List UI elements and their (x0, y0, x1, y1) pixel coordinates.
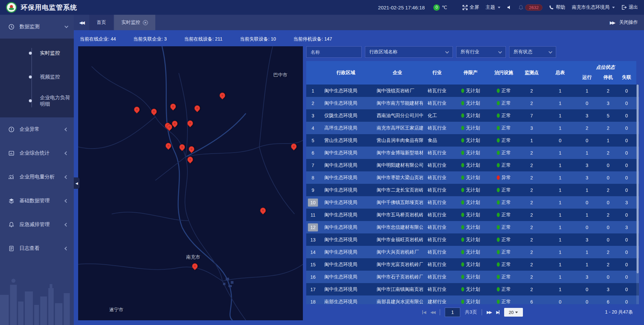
tab-scroll-right-icon[interactable]: ▶▶ (610, 20, 614, 25)
org-dropdown[interactable]: 南充市生态环境局 (572, 4, 615, 10)
first-page-button[interactable]: ◀ (422, 310, 425, 315)
status-filter-select[interactable]: 所有状态 (509, 46, 556, 58)
table-row[interactable]: 17阆中生态环境局阆中市江南镇阆南页岩砖瓦行业无计划正常21030 (306, 283, 639, 295)
table-row[interactable]: 18南部生态环境局南部县建兴水泥有限公建材行业无计划正常60060 (306, 295, 639, 304)
table-row[interactable]: 8阆中生态环境局阆中市枣碧大梁山页岩砖瓦行业无计划异常21300 (306, 171, 639, 184)
cell-limit-status: 无计划 (451, 171, 490, 184)
chevron-left-icon (64, 127, 68, 131)
table-row[interactable]: 6阆中生态环境局阆中市金博瑞新型墙材砖瓦行业无计划正常21120 (306, 147, 639, 159)
help-button[interactable]: 帮助 (549, 4, 565, 10)
cell-meters: 1 (546, 196, 575, 209)
cell-points: 2 (518, 258, 546, 271)
filter-row: 行政区域名称 所有行业 所有状态 (306, 46, 639, 58)
sidebar-item-企业异常[interactable]: 企业异常 (0, 117, 74, 141)
page-size-select[interactable]: 20 (504, 308, 523, 317)
status-dot-green-icon (497, 200, 500, 205)
last-page-button[interactable]: ▶ (496, 310, 499, 315)
cell-stop: 3 (599, 97, 617, 109)
table-row[interactable]: 13阆中生态环境局阆中市金福旺页岩机砖砖瓦行业无计划正常21300 (306, 233, 639, 246)
name-filter-input[interactable] (306, 46, 362, 58)
sidebar-collapse-handle[interactable]: ◀ (74, 177, 79, 189)
cell-company: 南部县建兴水泥有限公 (372, 295, 423, 304)
sidebar-item-应急减排管理[interactable]: 应急减排管理 (0, 213, 74, 236)
cell-facility-status: 正常 (490, 122, 518, 134)
close-operations-button[interactable]: 关闭操作 (619, 19, 638, 25)
column-header-企业: 企业 (372, 61, 423, 85)
cell-meters: 1 (546, 109, 575, 122)
cell-company: 阆中千佛镇五郎垭页岩 (372, 196, 423, 209)
cell-industry: 砖瓦行业 (423, 196, 451, 209)
sidebar-subitem-企业电力负荷明细[interactable]: 企业电力负荷明细 (0, 89, 74, 113)
region-filter-select[interactable]: 行政区域名称 (365, 46, 453, 58)
cell-lost: 0 (617, 258, 636, 271)
sidebar-item-企业综合统计[interactable]: 企业综合统计 (0, 141, 74, 165)
sidebar-subitem-视频监控[interactable]: 视频监控 (0, 65, 74, 89)
vertical-scrollbar[interactable] (636, 85, 639, 304)
cell-company: 阆中市金福旺页岩机砖 (372, 233, 423, 246)
cell-company: 阆中强锐页岩砖厂 (372, 85, 423, 97)
cell-run: 1 (575, 246, 599, 258)
table-row[interactable]: 5营山生态环境局营山县润丰肉食品有限食品无计划正常10010 (306, 134, 639, 147)
page-number-input[interactable] (445, 308, 460, 317)
prev-page-button[interactable]: ◀◀ (430, 310, 435, 315)
chevron-down-icon (498, 50, 502, 53)
cell-industry: 砖瓦行业 (423, 271, 451, 283)
cell-limit-status: 无计划 (451, 97, 490, 109)
table-row[interactable]: 9阆中生态环境局阆中市二龙长宝页岩砖砖瓦行业无计划正常21120 (306, 184, 639, 196)
table-row[interactable]: 15阆中生态环境局阆中市光富页岩机砖厂砖瓦行业无计划正常21120 (306, 258, 639, 271)
sidebar-item-数据监测[interactable]: 数据监测 (0, 15, 74, 39)
notification-area[interactable]: 2632 (519, 4, 542, 11)
table-row[interactable]: 10阆中生态环境局阆中千佛镇五郎垭页岩砖瓦行业无计划正常21003 (306, 196, 639, 209)
sidebar-item-基础数据管理[interactable]: 基础数据管理 (0, 189, 74, 213)
next-page-button[interactable]: ▶▶ (487, 310, 491, 315)
cell-region: 阆中生态环境局 (320, 85, 372, 97)
sidebar-item-日志查看[interactable]: 日志查看 (0, 236, 74, 260)
tab-首页[interactable]: 首页 (89, 15, 113, 30)
row-number: 4 (308, 124, 318, 132)
exit-button[interactable]: 退出 (622, 4, 638, 10)
table-row[interactable]: 2阆中生态环境局阆中市南方节能建材有砖瓦行业无计划正常21030 (306, 97, 639, 109)
cell-facility-status: 正常 (490, 147, 518, 159)
sidebar-item-企业用电量分析[interactable]: 企业用电量分析 (0, 165, 74, 189)
status-dot-green-icon (461, 237, 464, 242)
cell-lost: 0 (617, 85, 636, 97)
cell-industry: 砖瓦行业 (423, 122, 451, 134)
stat-value: 44 (111, 36, 116, 42)
cell-meters: 0 (546, 134, 575, 147)
cell-points: 2 (518, 209, 546, 221)
cell-industry: 砖瓦行业 (423, 159, 451, 171)
name-filter-input-field[interactable] (311, 49, 357, 55)
tab-scroll-left-icon[interactable]: ◀◀ (74, 15, 89, 30)
cell-facility-status: 正常 (490, 258, 518, 271)
status-dot-green-icon (497, 213, 500, 217)
app-root: 环保用电监管系统 2021-02-25 17:46:18 0 ℃ 全屏 主题 (0, 0, 644, 325)
sidebar-item-label: 日志查看 (19, 245, 40, 252)
tab-label: 实时监控 (121, 19, 140, 25)
sidebar-subitem-实时监控[interactable]: 实时监控 (0, 41, 74, 65)
volume-button[interactable] (507, 5, 512, 10)
cell-company: 阆中市五马桥页岩机砖 (372, 209, 423, 221)
theme-dropdown[interactable]: 主题 (486, 4, 500, 10)
table-row[interactable]: 11阆中生态环境局阆中市五马桥页岩机砖砖瓦行业无计划正常21120 (306, 209, 639, 221)
cell-industry: 砖瓦行业 (423, 97, 451, 109)
map-city-label: 南充市 (186, 254, 200, 260)
industry-filter-select[interactable]: 所有行业 (456, 46, 506, 58)
tab-实时监控[interactable]: 实时监控✕ (114, 15, 155, 30)
fullscreen-button[interactable]: 全屏 (463, 4, 479, 10)
table-row[interactable]: 4高坪生态环境局南充市高坪区王家店建砖瓦行业无计划正常31220 (306, 122, 639, 134)
stat-item: 当前失联企业:3 (133, 36, 167, 42)
table-row[interactable]: 3仪陇生态环境局西南油气田分公司川中化工无计划正常71350 (306, 109, 639, 122)
table-row[interactable]: 16阆中生态环境局阆中市石子页岩机砖厂砖瓦行业无计划正常21300 (306, 271, 639, 283)
cell-lost: 0 (617, 271, 636, 283)
cell-limit-status: 无计划 (451, 233, 490, 246)
table-row[interactable]: 1阆中生态环境局阆中强锐页岩砖厂砖瓦行业无计划正常21120 (306, 85, 639, 97)
bullet-dot-icon (29, 99, 32, 102)
table-row[interactable]: 12阆中生态环境局阆中市忠信建材有限公砖瓦行业无计划正常21003 (306, 221, 639, 233)
table-row[interactable]: 14阆中生态环境局阆中大兴页岩机砖厂砖瓦行业无计划正常21120 (306, 246, 639, 258)
cell-facility-status: 正常 (490, 184, 518, 196)
stat-item: 当前失联设备:10 (240, 36, 276, 42)
tab-close-icon[interactable]: ✕ (143, 20, 148, 25)
table-row[interactable]: 7阆中生态环境局阆中明阳建材有限公司砖瓦行业无计划正常21300 (306, 159, 639, 171)
map[interactable]: 巴中市南充市遂宁市 (78, 46, 303, 320)
cell-region: 阆中生态环境局 (320, 184, 372, 196)
